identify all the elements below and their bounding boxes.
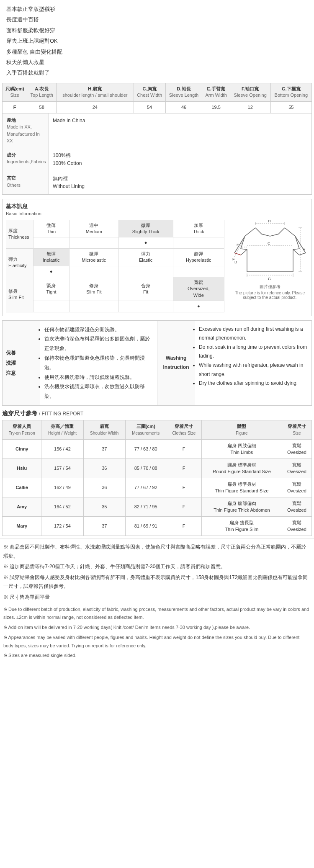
fitting-row: Callie162 / 493677 / 67 / 92F扁身 標準身材Thin… [3,478,312,497]
fitting-row: Hsiu157 / 543685 / 70 / 88F圓身 標準身材Round … [3,458,312,478]
footer-en-note-3: ※ Sizes are measured single-sided. [3,652,311,660]
fitting-cell-3-4: F [166,497,202,516]
fitting-cell-1-2: 36 [83,458,125,478]
fitting-cell-0-0: Cinny [3,439,41,458]
fitting-cell-4-0: Mary [3,516,41,536]
thickness-option-3: 加厚Thick [173,220,224,237]
fitting-cell-3-0: Amy [3,497,41,516]
washing-en-item: Dry the clothes after spinning to avoid … [199,379,307,388]
elasticity-option-1: 微彈Microelastic [69,248,118,266]
size-header-7: G.下擺寬Bottom Opening [270,83,311,101]
info-label-en: Ingredients,Fabrics [7,158,44,165]
svg-text:H: H [268,219,271,223]
size-value-cell: 12 [230,101,270,113]
size-table-header-row: 尺碼(cm)SizeA.衣長Top LengthH.肩寬shoulder len… [3,83,312,101]
washing-instructions-en: Excessive dyes run off during first wash… [195,321,311,405]
fitting-cell-4-3: 81 / 69 / 91 [125,516,166,536]
info-row: 產地 Made in XX, Manufactured in XX Made i… [3,113,311,148]
top-desc-line: 穿去上班上課絕對OK [6,36,308,46]
elasticity-dot-2 [118,266,173,277]
fit-option-1: 修身Slim Fit [69,277,118,301]
svg-text:G: G [268,277,271,281]
diagram-note-zh: 圖片僅參考 [260,284,281,290]
fitting-title-en: / FITTING REPORT [39,411,83,417]
thickness-header-row: 厚度Thickness微薄Thin適中Medium微厚Slightly Thic… [6,220,224,237]
info-section: 產地 Made in XX, Manufactured in XX Made i… [2,113,312,195]
fit-dot-1 [69,301,118,312]
footer-en-note-0: ※ Due to different batch of production, … [3,605,311,622]
svg-line-10 [234,236,245,257]
elasticity-dot-3 [173,266,224,277]
size-header-1: A.衣長Top Length [27,83,57,101]
fit-option-2: 合身Fit [118,277,173,301]
fitting-cell-2-3: 77 / 67 / 92 [125,478,166,497]
fitting-row: Mary172 / 543781 / 69 / 91F扁身 瘦長型Thin Fi… [3,516,312,536]
size-cell: F [3,101,27,113]
fitting-cell-2-2: 36 [83,478,125,497]
top-desc-line: 面料舒服柔軟很好穿 [6,26,308,35]
info-label-zh: 產地 [7,117,44,124]
size-header-6: F.袖口寬Sleeve Opening [230,83,270,101]
basic-info-title: 基本訊息 Basic Information [6,203,224,216]
top-description: 基本款正常版型襯衫長度適中百搭面料舒服柔軟很好穿穿去上班上課絕對OK多種顏色 自… [0,0,314,83]
fitting-cell-2-6: 寬鬆Ovesized [282,478,311,497]
info-label: 其它 Others [3,171,49,194]
washing-label-zh: 保養洗濯注意 [6,348,36,378]
footer-zh-note-0: ※ 商品會因不同批製作、布料彈性、水洗處理或測量點等因素，使顏色尺寸與實際商品略… [3,543,311,561]
basic-title-zh: 基本訊息 [6,203,28,209]
footer-zh-note-3: ※ 尺寸皆為單面平量 [3,593,311,602]
size-header-0: 尺碼(cm)Size [3,83,27,101]
svg-text:C: C [268,241,270,245]
diagram-note-en: The picture is for refence only. Please … [232,291,308,300]
fit-dot-0 [33,301,69,312]
fitting-cell-4-4: F [166,516,202,536]
fitting-cell-4-2: 37 [83,516,125,536]
basic-title-en: Basic Information [6,211,41,216]
fitting-cell-3-2: 35 [83,497,125,516]
svg-text:D: D [234,260,237,264]
fitting-cell-0-2: 37 [83,439,125,458]
size-header-4: D.袖長Sleeve Length [165,83,202,101]
info-label: 成分 Ingredients,Fabrics [3,148,49,171]
size-value-cell: 55 [270,101,311,113]
washing-en-item: Excessive dyes run off during first wash… [199,325,307,343]
fitting-cell-1-0: Hsiu [3,458,41,478]
svg-text:A: A [303,247,305,252]
top-desc-line: 秋天的懶人救星 [6,57,308,67]
elasticity-option-0: 無彈Inelastic [33,248,69,266]
thickness-dot-3 [173,237,224,248]
info-label-en: Made in XX, Manufactured in XX [7,124,44,144]
info-row: 成分 Ingredients,Fabrics 100%棉100% Cotton [3,148,311,171]
fit-header-row: 修身Slim Fit緊身Tight修身Slim Fit合身Fit寬鬆Oversi… [6,277,224,301]
size-value-cell: 24 [57,101,134,113]
fit-label: 修身Slim Fit [6,277,33,312]
fitting-cell-2-0: Callie [3,478,41,497]
fitting-cell-1-5: 圓身 標準身材Round Figure Standard Size [201,458,282,478]
size-value-cell: 19.5 [202,101,230,113]
washing-en-list: Excessive dyes run off during first wash… [199,325,307,388]
size-header-2: H.肩寬shoulder length / small shoulder [57,83,134,101]
fitting-header-row: 穿着人員Try-on Person身高／體重Height / Weight肩寬S… [3,420,312,439]
size-header-5: E.手臂寬Arm Width [202,83,230,101]
thickness-label: 厚度Thickness [6,220,33,248]
fitting-cell-2-4: F [166,478,202,497]
fitting-cell-3-6: 寬鬆Ovesized [282,497,311,516]
elasticity-label: 彈力Elasticity [6,248,33,277]
thickness-dot-1 [69,237,118,248]
size-value-cell: 58 [27,101,57,113]
thickness-option-1: 適中Medium [69,220,118,237]
property-table: 厚度Thickness微薄Thin適中Medium微厚Slightly Thic… [6,220,224,312]
info-value: 無內裡Without Lining [49,171,311,194]
fitting-cell-2-5: 扁身 標準身材Thin Figure Standard Size [201,478,282,497]
elasticity-header-row: 彈力Elasticity無彈Inelastic微彈Microelastic彈力E… [6,248,224,266]
thickness-option-0: 微薄Thin [33,220,69,237]
info-value: Made in China [49,113,311,148]
fitting-row: Cinny156 / 423777 / 63 / 80F扁身 四肢偏細Thin … [3,439,312,458]
info-value: 100%棉100% Cotton [49,148,311,171]
top-desc-line: 長度適中百搭 [6,15,308,24]
fit-dot-row: ● [6,301,224,312]
thickness-dot-2: ● [118,237,173,248]
thickness-dot-0 [33,237,69,248]
info-label: 產地 Made in XX, Manufactured in XX [3,113,49,148]
size-value-cell: 54 [134,101,165,113]
